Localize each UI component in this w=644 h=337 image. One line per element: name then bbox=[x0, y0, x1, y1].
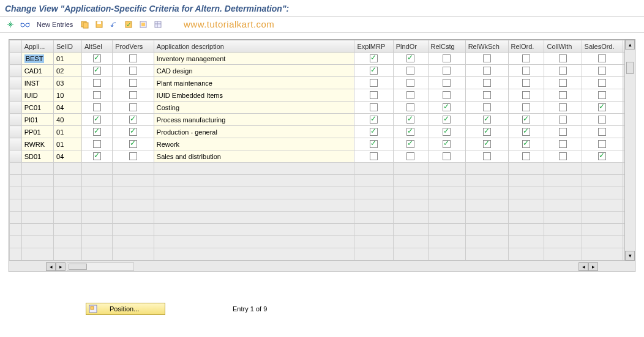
altsel-cell[interactable] bbox=[81, 150, 112, 163]
row-selector[interactable] bbox=[10, 248, 22, 261]
collwith-checkbox[interactable] bbox=[559, 152, 567, 160]
relord-cell[interactable] bbox=[508, 89, 544, 102]
collwith-cell[interactable] bbox=[544, 89, 582, 102]
explmrp-cell[interactable] bbox=[354, 114, 393, 126]
plndor-checkbox[interactable] bbox=[406, 54, 414, 62]
selid-cell[interactable]: 10 bbox=[54, 89, 82, 102]
selid-cell[interactable]: 02 bbox=[54, 65, 82, 77]
collwith-checkbox[interactable] bbox=[559, 140, 567, 148]
altsel-checkbox[interactable] bbox=[93, 116, 101, 124]
app-cell[interactable]: BEST bbox=[21, 53, 53, 65]
app-cell[interactable]: PI01 bbox=[21, 114, 53, 126]
app-cell[interactable]: PC01 bbox=[21, 102, 53, 114]
relcstg-cell[interactable] bbox=[428, 77, 465, 89]
collwith-checkbox[interactable] bbox=[559, 116, 567, 124]
row-selector[interactable] bbox=[10, 150, 22, 163]
app-cell[interactable]: INST bbox=[21, 77, 53, 89]
hscroll-left-arrow-2[interactable]: ◂ bbox=[578, 262, 588, 271]
undo-icon[interactable] bbox=[108, 19, 119, 30]
collwith-checkbox[interactable] bbox=[559, 54, 567, 62]
hscroll-track-left[interactable] bbox=[67, 262, 134, 271]
collwith-cell[interactable] bbox=[544, 65, 582, 77]
col-desc[interactable]: Application description bbox=[154, 40, 354, 53]
prodvers-checkbox[interactable] bbox=[129, 91, 137, 99]
relwksch-checkbox[interactable] bbox=[483, 103, 491, 111]
altsel-checkbox[interactable] bbox=[93, 103, 101, 111]
row-selector-header[interactable] bbox=[10, 40, 22, 53]
vertical-scrollbar[interactable]: ▴ ▾ bbox=[624, 40, 635, 261]
salesord-cell[interactable] bbox=[582, 126, 623, 138]
prodvers-cell[interactable] bbox=[113, 150, 154, 163]
collwith-cell[interactable] bbox=[544, 126, 582, 138]
relord-checkbox[interactable] bbox=[522, 116, 530, 124]
expand-icon[interactable] bbox=[5, 19, 16, 30]
salesord-checkbox[interactable] bbox=[598, 128, 606, 136]
plndor-cell[interactable] bbox=[393, 89, 428, 102]
relwksch-checkbox[interactable] bbox=[483, 91, 491, 99]
desc-cell[interactable]: Plant maintenance bbox=[154, 77, 354, 89]
altsel-checkbox[interactable] bbox=[93, 67, 101, 75]
relcstg-cell[interactable] bbox=[428, 102, 465, 114]
relcstg-checkbox[interactable] bbox=[443, 103, 451, 111]
prodvers-checkbox[interactable] bbox=[129, 67, 137, 75]
col-relord[interactable]: RelOrd. bbox=[508, 40, 544, 53]
selid-cell[interactable]: 01 bbox=[54, 53, 82, 65]
app-cell[interactable]: IUID bbox=[21, 89, 53, 102]
plndor-checkbox[interactable] bbox=[406, 103, 414, 111]
explmrp-checkbox[interactable] bbox=[370, 54, 378, 62]
relwksch-cell[interactable] bbox=[465, 114, 508, 126]
altsel-cell[interactable] bbox=[81, 114, 112, 126]
desc-cell[interactable]: Process manufacturing bbox=[154, 114, 354, 126]
prodvers-cell[interactable] bbox=[113, 102, 154, 114]
altsel-cell[interactable] bbox=[81, 89, 112, 102]
row-selector[interactable] bbox=[10, 236, 22, 248]
relord-checkbox[interactable] bbox=[522, 91, 530, 99]
row-selector[interactable] bbox=[10, 212, 22, 224]
plndor-cell[interactable] bbox=[393, 126, 428, 138]
relord-cell[interactable] bbox=[508, 53, 544, 65]
relwksch-cell[interactable] bbox=[465, 53, 508, 65]
plndor-cell[interactable] bbox=[393, 65, 428, 77]
collwith-checkbox[interactable] bbox=[559, 79, 567, 87]
plndor-checkbox[interactable] bbox=[406, 152, 414, 160]
relcstg-checkbox[interactable] bbox=[443, 79, 451, 87]
relwksch-cell[interactable] bbox=[465, 77, 508, 89]
altsel-cell[interactable] bbox=[81, 77, 112, 89]
relord-cell[interactable] bbox=[508, 138, 544, 150]
prodvers-checkbox[interactable] bbox=[129, 128, 137, 136]
relcstg-checkbox[interactable] bbox=[443, 128, 451, 136]
relcstg-cell[interactable] bbox=[428, 65, 465, 77]
relord-checkbox[interactable] bbox=[522, 79, 530, 87]
glasses-icon[interactable] bbox=[20, 19, 31, 30]
new-entries-button[interactable]: New Entries bbox=[34, 20, 75, 29]
collwith-checkbox[interactable] bbox=[559, 103, 567, 111]
horizontal-scrollbar[interactable]: ◂ ▸ ◂ ▸ bbox=[9, 261, 635, 272]
prodvers-cell[interactable] bbox=[113, 77, 154, 89]
salesord-cell[interactable] bbox=[582, 150, 623, 163]
relwksch-cell[interactable] bbox=[465, 102, 508, 114]
col-explmrp[interactable]: ExplMRP bbox=[354, 40, 393, 53]
altsel-checkbox[interactable] bbox=[93, 54, 101, 62]
collwith-cell[interactable] bbox=[544, 114, 582, 126]
altsel-cell[interactable] bbox=[81, 126, 112, 138]
plndor-cell[interactable] bbox=[393, 77, 428, 89]
salesord-checkbox[interactable] bbox=[598, 67, 606, 75]
selid-cell[interactable]: 04 bbox=[54, 150, 82, 163]
collwith-cell[interactable] bbox=[544, 77, 582, 89]
relord-cell[interactable] bbox=[508, 150, 544, 163]
relwksch-checkbox[interactable] bbox=[483, 67, 491, 75]
desc-cell[interactable]: Sales and distribution bbox=[154, 150, 354, 163]
prodvers-cell[interactable] bbox=[113, 89, 154, 102]
hscroll-right-arrow-2[interactable]: ▸ bbox=[588, 262, 598, 271]
salesord-cell[interactable] bbox=[582, 114, 623, 126]
app-cell[interactable]: PP01 bbox=[21, 126, 53, 138]
plndor-cell[interactable] bbox=[393, 138, 428, 150]
row-selector[interactable] bbox=[10, 138, 22, 150]
relwksch-cell[interactable] bbox=[465, 126, 508, 138]
relwksch-cell[interactable] bbox=[465, 138, 508, 150]
app-cell[interactable]: SD01 bbox=[21, 150, 53, 163]
relwksch-checkbox[interactable] bbox=[483, 116, 491, 124]
prodvers-checkbox[interactable] bbox=[129, 152, 137, 160]
relcstg-cell[interactable] bbox=[428, 53, 465, 65]
desc-cell[interactable]: CAD design bbox=[154, 65, 354, 77]
